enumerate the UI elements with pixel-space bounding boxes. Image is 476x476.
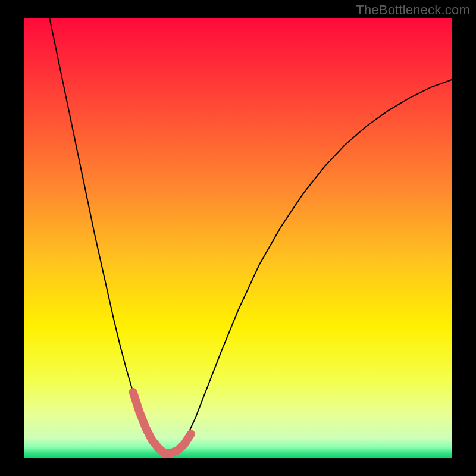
chart-frame: TheBottleneck.com <box>0 0 476 476</box>
bottleneck-chart <box>0 0 476 476</box>
plot-background <box>24 18 452 458</box>
watermark-text: TheBottleneck.com <box>356 2 470 18</box>
